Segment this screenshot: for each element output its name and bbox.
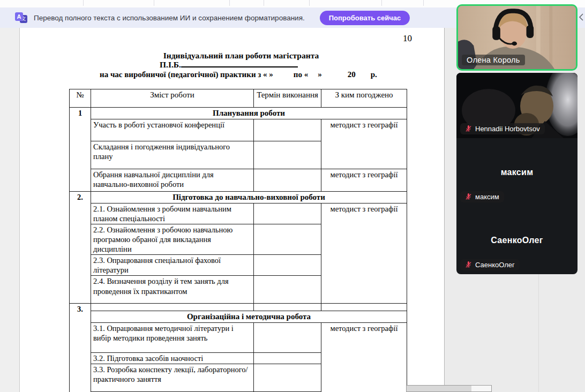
approver-cell: методист з географії [321,119,407,169]
term-cell [254,119,321,141]
table-row: 3. [70,304,407,311]
table-row: 1 Планування роботи [70,108,407,119]
task-cell: 2.3. Опрацювання спеціальної фахової літ… [91,255,254,276]
participant-name: Hennadii Horbovtsov [475,125,540,133]
document-title: Індивідуальний план роботи магістранта [20,51,444,61]
screen: A 文 Перевод полного текста с использован… [0,0,585,392]
mic-off-icon [465,261,472,268]
task-cell: Участь в роботі установчої конференції [91,119,254,141]
divider [264,0,264,6]
mic-off-icon [465,193,472,200]
chevron-left-icon[interactable] [578,13,584,21]
task-cell [91,304,254,311]
divider [309,0,310,6]
table-row: Участь в роботі установчої конференції м… [70,119,407,141]
document-name-line: П.І.Б. [160,60,298,70]
section-title: Планування роботи [91,108,407,119]
task-cell: 2.4. Визначення розділу й тем занять для… [91,276,254,304]
participant-name: СаенкоОлег [475,261,515,269]
table-header-row: № Зміст роботи Термін виконання З ким по… [70,89,407,108]
period-r: р. [371,70,377,79]
col-header-term: Термін виконання [254,89,321,108]
document-left-margin [0,28,19,392]
task-cell: 3.3. Розробка конспекту лекції, лаборато… [91,364,254,392]
participant-name-tag: Hennadii Horbovtsov [460,123,545,134]
participant-name-tag: Олена Король [462,55,525,65]
col-header-num: № [70,89,91,108]
translator-icon-a: A [15,12,23,21]
translator-icon: A 文 [15,12,28,24]
section-title: Організаційна і методична робота [91,311,407,323]
period-quote: » [318,70,322,79]
table-row: Обрання навчальної дисципліни для навчал… [70,169,407,191]
divider [423,0,424,6]
section-title: Підготовка до навчально-виховної роботи [91,191,407,203]
banner-message: Перевод полного текста с использованием … [34,14,305,22]
scrollbar-thumb[interactable] [471,386,491,391]
divider [229,0,230,6]
term-cell [254,276,321,304]
video-tile-olena[interactable]: Олена Король [456,4,578,71]
term-cell [254,224,321,254]
work-plan-table: № Зміст роботи Термін виконання З ким по… [69,89,407,392]
task-cell: Обрання навчальної дисципліни для навчал… [91,169,254,191]
participant-name-tag: максим [460,191,504,202]
participant-name: Олена Король [467,56,520,64]
col-header-approved: З ким погоджено [321,89,407,108]
divider [381,0,382,6]
table-row: 3.1. Опрацювання методичної літератури і… [70,323,407,353]
video-tile-hennadii[interactable]: Hennadii Horbovtsov [456,73,578,138]
term-cell [254,141,321,169]
task-cell: 3.2. Підготовка засобів наочності [91,353,254,364]
participant-name: максим [475,193,499,201]
participant-name-tag: СаенкоОлег [460,259,520,270]
table-row: 2.1. Ознайомлення з робочим навчальним п… [70,203,407,224]
divider [154,0,154,6]
approver-cell: методист з географії [321,203,407,304]
page-number: 10 [403,33,412,44]
period-po: по « [294,70,308,79]
task-cell: 3.1. Опрацювання методичної літератури і… [91,323,254,353]
document-page: 10 Індивідуальний план роботи магістрант… [19,28,445,392]
participants-panel: Олена Король [456,0,578,274]
approver-cell [321,304,407,311]
document-period-line: на час виробничої (педагогічної) практик… [100,70,377,79]
divider [538,274,539,392]
period-text: на час виробничої (педагогічної) практик… [100,70,273,79]
section-number: 3. [70,304,91,392]
task-cell: 2.1. Ознайомлення з робочим навчальним п… [91,203,254,224]
term-cell [254,323,321,353]
approver-cell: методист з географії [321,169,407,191]
task-cell: 2.2. Ознайомлення з робочою навчальною п… [91,224,254,254]
fill-in-underline [181,60,298,67]
table-row: 2. Підготовка до навчально-виховної робо… [70,191,407,203]
term-cell [254,169,321,191]
term-cell [254,304,321,311]
video-tile-maksym[interactable]: максим максим [456,138,578,206]
col-header-content: Зміст роботи [91,89,254,108]
section-number: 2. [70,191,91,304]
try-now-button[interactable]: Попробовать сейчас [320,11,410,25]
section-number: 1 [70,108,91,192]
approver-cell: методист з географії [321,323,407,392]
video-tile-saenko[interactable]: СаенкоОлег СаенкоОлег [456,206,578,274]
table-row: Організаційна і методична робота [70,311,407,323]
term-cell [254,203,321,224]
mic-off-icon [465,125,472,132]
term-cell [254,353,321,364]
term-cell [254,255,321,276]
task-cell: Складання і погодження індивідуального п… [91,141,254,169]
period-year: 20 [348,70,356,79]
pib-label: П.І.Б. [160,60,181,69]
divider [83,0,84,6]
horizontal-scrollbar[interactable] [406,385,492,392]
term-cell [254,364,321,392]
